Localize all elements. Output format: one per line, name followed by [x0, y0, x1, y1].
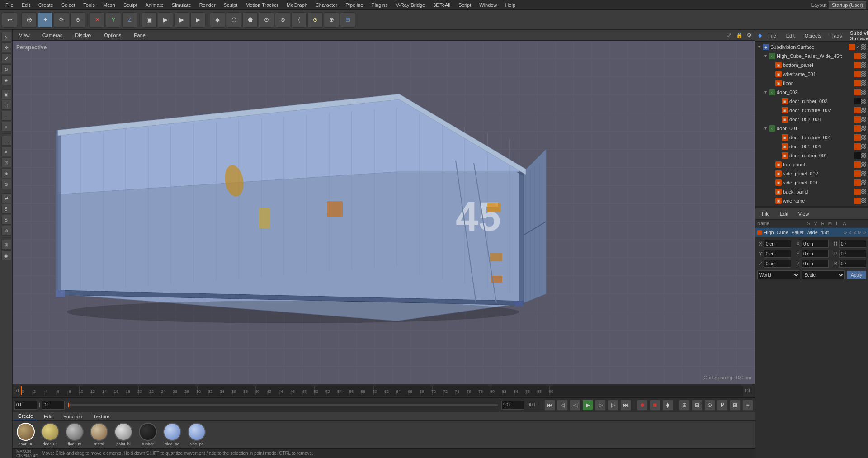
coord-z-pos[interactable]: [764, 260, 791, 268]
viewport-tab-panel[interactable]: Panel: [129, 32, 151, 39]
coord-h-val[interactable]: [839, 240, 866, 248]
pb-settings6[interactable]: ≡: [742, 400, 753, 411]
prev-frame-btn[interactable]: ◁: [557, 400, 568, 411]
mat-item-metal[interactable]: metal: [88, 423, 110, 446]
tree-item-side-panel001[interactable]: ▣ side_panel_001: [755, 178, 868, 187]
render-queue-btn[interactable]: ▶: [190, 12, 206, 28]
coord-hy-val[interactable]: [802, 250, 829, 258]
tool-bevel[interactable]: ◈: [1, 168, 11, 178]
menu-animate[interactable]: Animate: [142, 1, 167, 9]
tree-item-door001-001[interactable]: ▣ door_001_001: [755, 142, 868, 151]
apply-button[interactable]: Apply: [847, 270, 866, 279]
mat-item-paint[interactable]: paint_bl: [112, 423, 135, 446]
stop-btn[interactable]: ⏹: [650, 400, 660, 411]
menu-help[interactable]: Help: [501, 1, 519, 9]
viewport-expand-icon[interactable]: ⤢: [725, 31, 733, 39]
timeline-slider[interactable]: [68, 404, 498, 406]
tree-item-floor[interactable]: ▷ ▣ floor: [755, 79, 868, 88]
mat-item-floor[interactable]: floor_m: [63, 423, 86, 446]
x-axis-btn[interactable]: ✕: [90, 12, 105, 28]
tool-bridge[interactable]: ≡: [1, 146, 11, 156]
python-btn[interactable]: ⊞: [340, 12, 355, 28]
viewport-settings-icon[interactable]: ⚙: [745, 31, 753, 39]
tool-transform[interactable]: ◈: [1, 75, 11, 85]
transform-mode-select[interactable]: Scale Move Rotate: [802, 270, 845, 279]
viewport-3d[interactable]: Perspective: [13, 41, 755, 384]
menu-select[interactable]: Select: [58, 1, 79, 9]
menu-motion[interactable]: Motion Tracker: [242, 1, 282, 9]
mat-item-side2[interactable]: side_pa: [185, 423, 208, 446]
mat-item-door00[interactable]: door_00: [14, 423, 37, 446]
tool-point[interactable]: ·: [1, 111, 11, 121]
menu-file[interactable]: File: [2, 1, 17, 9]
tree-item-wireframe[interactable]: ▣ wireframe: [755, 196, 868, 205]
tool-s[interactable]: S: [1, 215, 11, 225]
record-btn[interactable]: ⏺: [637, 400, 648, 411]
menu-pipeline[interactable]: Pipeline: [342, 1, 367, 9]
menu-edit[interactable]: Edit: [18, 1, 34, 9]
prev-keyframe-btn[interactable]: ◁: [570, 400, 580, 411]
select-btn[interactable]: ✦: [38, 12, 53, 28]
viewport-lock-icon[interactable]: 🔒: [735, 31, 743, 39]
y-axis-btn[interactable]: Y: [106, 12, 121, 28]
tree-item-door001[interactable]: ▼ ○ door_001: [755, 124, 868, 133]
cube-btn[interactable]: ◆: [210, 12, 225, 28]
menu-vray[interactable]: V-Ray Bridge: [392, 1, 429, 9]
viewport-tab-options[interactable]: Options: [99, 32, 126, 39]
tree-item-door-rubber002[interactable]: ▣ door_rubber_002: [755, 97, 868, 106]
render-region-btn[interactable]: ▶: [158, 12, 173, 28]
scale-btn[interactable]: ⊕: [70, 12, 85, 28]
menu-render[interactable]: Render: [196, 1, 219, 9]
menu-mograph[interactable]: MoGraph: [283, 1, 311, 9]
tool-poly[interactable]: ▣: [1, 89, 11, 99]
mat-tab-edit[interactable]: Edit: [40, 413, 56, 420]
tree-item-door-furniture001[interactable]: ▣ door_furniture_001: [755, 133, 868, 142]
menu-character[interactable]: Character: [312, 1, 341, 9]
menu-create[interactable]: Create: [35, 1, 57, 9]
timeline-ruler[interactable]: 0 2 4 6 8 10 12 14: [21, 386, 744, 396]
mat-tab-texture[interactable]: Texture: [90, 413, 113, 420]
layout-value[interactable]: Startup (User): [829, 1, 866, 9]
move-btn[interactable]: ⊕: [21, 12, 37, 28]
tree-item-door-rubber001[interactable]: ▣ door_rubber_001: [755, 151, 868, 160]
tree-item-wireframe001[interactable]: ▷ ▣ wireframe_001: [755, 70, 868, 79]
tool-sculpt[interactable]: ⊛: [1, 226, 11, 236]
menu-simulate[interactable]: Simulate: [168, 1, 195, 9]
next-keyframe-btn[interactable]: ▷: [595, 400, 606, 411]
tree-item-subdivision[interactable]: ▼ ◆ Subdivision Surface ✓: [755, 42, 868, 52]
mat-item-side1[interactable]: side_pa: [161, 423, 184, 446]
menu-script[interactable]: Script: [455, 1, 475, 9]
keyframe-btn[interactable]: ⧫: [662, 400, 673, 411]
obj-header-objects[interactable]: Objects: [801, 32, 825, 39]
coord-x-pos[interactable]: [764, 240, 791, 248]
tree-item-door002-001[interactable]: ▣ door_002_001: [755, 115, 868, 124]
tool-loop[interactable]: ⊙: [1, 179, 11, 189]
deform-btn[interactable]: ⟨: [291, 12, 307, 28]
tool-pointer[interactable]: ↖: [1, 32, 11, 42]
tree-check-subdivision[interactable]: ✓: [855, 45, 861, 49]
mat-tab-function[interactable]: Function: [60, 413, 86, 420]
viewport-tab-view[interactable]: View: [14, 32, 34, 39]
undo-btn[interactable]: ↩: [2, 12, 17, 28]
pb-settings2[interactable]: ⊟: [692, 400, 703, 411]
play-btn[interactable]: ▶: [582, 400, 593, 411]
obj-header-edit[interactable]: Edit: [783, 32, 798, 39]
tree-item-door002[interactable]: ▼ ○ door_002: [755, 88, 868, 97]
coord-hz-val[interactable]: [802, 260, 829, 268]
attr-tab-edit[interactable]: Edit: [776, 210, 792, 217]
viewport-tab-display[interactable]: Display: [71, 32, 96, 39]
pb-settings5[interactable]: ⊞: [730, 400, 741, 411]
tool-extrude[interactable]: ⊡: [1, 157, 11, 167]
attr-selected-row[interactable]: High_Cube_Pallet_Wide_45ft ⊙ ⊙ ⊙ ⊙ ⊙: [755, 228, 868, 237]
tool-knife[interactable]: ⚊: [1, 136, 11, 146]
sphere-btn[interactable]: ⬡: [226, 12, 241, 28]
loft-btn[interactable]: ⊛: [275, 12, 290, 28]
pb-settings1[interactable]: ⊞: [679, 400, 690, 411]
tool-edge[interactable]: ◻: [1, 100, 11, 110]
coord-hx-val[interactable]: [802, 240, 829, 248]
mat-item-door01[interactable]: door_00: [39, 423, 61, 446]
tree-item-side-panel002[interactable]: ▣ side_panel_002: [755, 169, 868, 178]
menu-tools[interactable]: Tools: [80, 1, 99, 9]
tool-measure[interactable]: ⊞: [1, 240, 11, 250]
tool-move[interactable]: ✛: [1, 42, 11, 52]
